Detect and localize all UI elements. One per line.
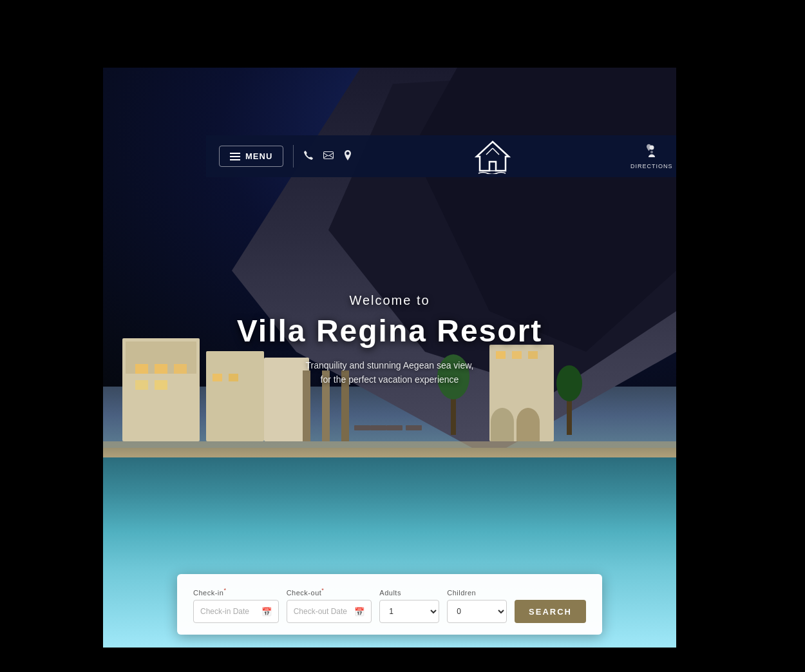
- hamburger-icon: [230, 153, 240, 160]
- nav-right: DIRECTIONS BOOK NOW: [630, 143, 676, 169]
- checkin-label: Check-in*: [193, 587, 279, 597]
- directions-label: DIRECTIONS: [630, 163, 673, 169]
- nav-divider: [293, 145, 294, 168]
- checkin-input[interactable]: Check-in Date 📅: [193, 600, 279, 623]
- checkout-input[interactable]: Check-out Date 📅: [287, 600, 372, 623]
- svg-rect-35: [489, 162, 496, 171]
- svg-rect-31: [370, 425, 386, 430]
- checkout-field-group: Check-out* Check-out Date 📅: [287, 587, 372, 623]
- hero-section: MENU: [103, 68, 676, 648]
- booking-fields: Check-in* Check-in Date 📅 Check-out* Che…: [193, 587, 586, 623]
- hero-content: Welcome to Villa Regina Resort Tranquili…: [103, 293, 676, 387]
- svg-rect-33: [406, 425, 422, 430]
- adults-select[interactable]: 1 2 3 4 5 6: [379, 600, 439, 623]
- svg-point-39: [650, 151, 653, 153]
- svg-rect-32: [386, 425, 402, 430]
- svg-marker-34: [477, 142, 509, 171]
- svg-rect-30: [354, 425, 370, 430]
- menu-label: MENU: [245, 151, 272, 161]
- children-select[interactable]: 0 1 2 3 4: [447, 600, 507, 623]
- checkin-calendar-icon: 📅: [261, 607, 272, 617]
- nav-left: MENU: [219, 145, 352, 168]
- pool-edge: [103, 448, 676, 457]
- tagline: Tranquility and stunning Aegean sea view…: [103, 358, 676, 387]
- navbar: MENU: [206, 135, 676, 177]
- welcome-text: Welcome to: [103, 293, 676, 308]
- adults-field-group: Adults 1 2 3 4 5 6: [379, 589, 439, 623]
- tagline-line1: Tranquility and stunning Aegean sea view…: [306, 360, 474, 370]
- menu-button[interactable]: MENU: [219, 146, 283, 167]
- tagline-line2: for the perfect vacation experience: [321, 374, 459, 385]
- contact-icons: [303, 150, 352, 163]
- checkin-placeholder: Check-in Date: [200, 607, 258, 616]
- bg-right: [676, 68, 805, 672]
- phone-icon[interactable]: [303, 150, 314, 163]
- svg-line-36: [486, 148, 493, 155]
- bg-top: [0, 0, 805, 68]
- bg-left: [0, 68, 103, 672]
- booking-bar: Check-in* Check-in Date 📅 Check-out* Che…: [177, 574, 602, 635]
- children-label: Children: [447, 589, 507, 597]
- checkout-label: Check-out*: [287, 587, 372, 597]
- svg-rect-22: [491, 422, 514, 441]
- checkin-field-group: Check-in* Check-in Date 📅: [193, 587, 279, 623]
- children-field-group: Children 0 1 2 3 4: [447, 589, 507, 623]
- checkout-placeholder: Check-out Date: [294, 607, 352, 616]
- svg-rect-24: [516, 422, 540, 441]
- map-pin-icon[interactable]: [343, 150, 352, 163]
- adults-label: Adults: [379, 589, 439, 597]
- directions-button[interactable]: DIRECTIONS: [630, 143, 673, 169]
- email-icon[interactable]: [323, 150, 334, 163]
- svg-line-37: [493, 148, 499, 155]
- resort-name: Villa Regina Resort: [103, 313, 676, 349]
- logo: [473, 139, 512, 174]
- checkout-calendar-icon: 📅: [354, 607, 365, 617]
- search-button[interactable]: SEARCH: [515, 600, 586, 623]
